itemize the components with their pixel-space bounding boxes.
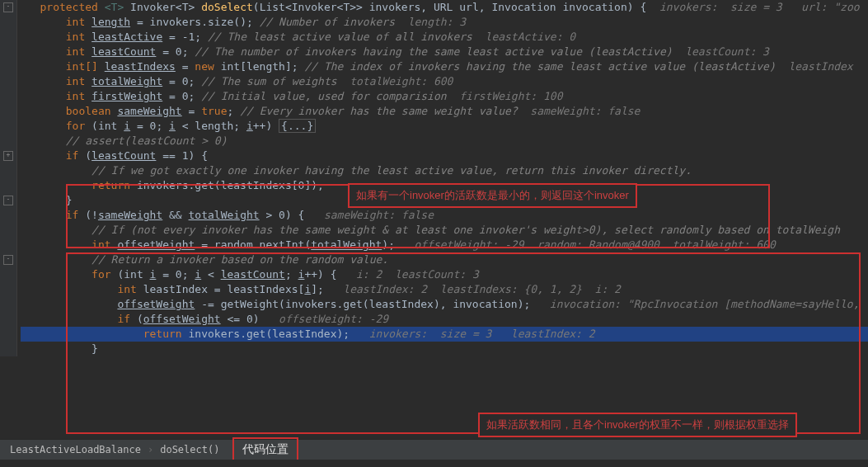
var: leastActive — [91, 31, 162, 43]
inline-hint: offsetWeight: -29 — [260, 313, 389, 325]
var: totalWeight — [91, 75, 162, 87]
code-area[interactable]: - + - - protected <T> Invoker<T> doSelec… — [0, 0, 868, 356]
inline-hint: i: 2 leastCount: 3 — [337, 268, 479, 281]
comment: // The index of invokers having the same… — [304, 60, 775, 73]
comment: // If (not every invoker has the same we… — [91, 224, 840, 236]
annotation-label-1: 如果有一个invoker的活跃数是最小的，则返回这个invoker — [348, 183, 637, 208]
var: leastIndexs — [105, 60, 176, 73]
annotation-label-2: 如果活跃数相同，且各个invoker的权重不一样，则根据权重选择 — [478, 413, 797, 437]
code-editor: - + - - protected <T> Invoker<T> doSelec… — [0, 0, 868, 460]
gutter[interactable]: - + - - — [0, 0, 17, 356]
inline-hint: invocation: "RpcInvocation [methodName=s… — [530, 298, 859, 310]
fold-icon[interactable]: - — [3, 255, 13, 265]
comment: // The number of invokers having the sam… — [195, 45, 672, 58]
comment: // The sum of weights — [201, 75, 336, 87]
comment: // Every invoker has the same weight val… — [240, 105, 518, 117]
fold-icon[interactable]: - — [3, 2, 13, 12]
keyword: for — [66, 120, 85, 132]
inline-hint: leastCount: 3 — [673, 45, 769, 58]
breadcrumb: LeastActiveLoadBalance › doSelect() 代码位置 — [0, 439, 868, 460]
comment: // assert(leastCount > 0) — [66, 134, 228, 147]
comment: // The least active value of all invoker… — [208, 31, 472, 43]
inline-hint: leastIndex: 2 leastIndexs: {0, 1, 2} i: … — [324, 283, 621, 295]
params: (List<Invoker<T>> invokers, URL url, Inv… — [253, 1, 646, 13]
inline-hint: length: 3 — [395, 16, 466, 28]
comment: // If we got exactly one invoker having … — [91, 164, 692, 177]
inline-hint: invokers: size = 3 leastIndex: 2 — [350, 328, 594, 340]
inline-hint: sameWeight: false — [304, 209, 434, 221]
chevron-right-icon: › — [148, 444, 153, 455]
breadcrumb-class[interactable]: LeastActiveLoadBalance — [3, 442, 148, 457]
keyword: int — [66, 45, 85, 58]
var: firstWeight — [91, 90, 162, 102]
folded-block[interactable]: {...} — [279, 119, 316, 133]
keyword: int — [66, 31, 85, 43]
type: Invoker<T> — [130, 1, 195, 13]
footer-annotation: 代码位置 — [232, 437, 298, 460]
comment: // Return a invoker based on the random … — [91, 253, 388, 266]
inline-hint: sameWeight: false — [518, 105, 640, 117]
code-lines[interactable]: protected <T> Invoker<T> doSelect(List<I… — [0, 0, 868, 356]
inline-hint: totalWeight: 600 — [337, 75, 453, 87]
inline-hint: leastActive: 0 — [472, 31, 575, 43]
keyword: protected — [40, 1, 97, 13]
inline-hint: firstWeight: 100 — [447, 90, 563, 102]
generic: <T> — [105, 1, 124, 13]
var: leastCount — [91, 45, 156, 58]
keyword: int — [66, 75, 85, 87]
inline-hint: leastIndex — [776, 60, 853, 73]
keyword: int — [66, 16, 85, 28]
comment: // Initial value, used for comparision — [201, 90, 446, 102]
fold-icon[interactable]: - — [3, 196, 13, 205]
keyword: return — [91, 179, 130, 191]
method-name: doSelect — [201, 1, 253, 13]
keyword: int[] — [66, 60, 98, 73]
keyword: boolean — [66, 105, 111, 117]
inline-hint: offsetWeight: -29 random: Random@4900 to… — [395, 238, 776, 251]
keyword: if — [66, 209, 79, 221]
var: length — [91, 16, 130, 28]
current-line: return invokers.get(leastIndex); invoker… — [21, 327, 868, 342]
inline-hint: invokers: size = 3 url: "zoo — [646, 1, 859, 13]
comment: // Number of invokers — [260, 16, 395, 28]
var: sameWeight — [117, 105, 181, 117]
breadcrumb-method[interactable]: doSelect() — [153, 442, 226, 457]
fold-icon[interactable]: + — [3, 151, 13, 161]
keyword: int — [66, 90, 85, 102]
keyword: if — [66, 149, 79, 162]
